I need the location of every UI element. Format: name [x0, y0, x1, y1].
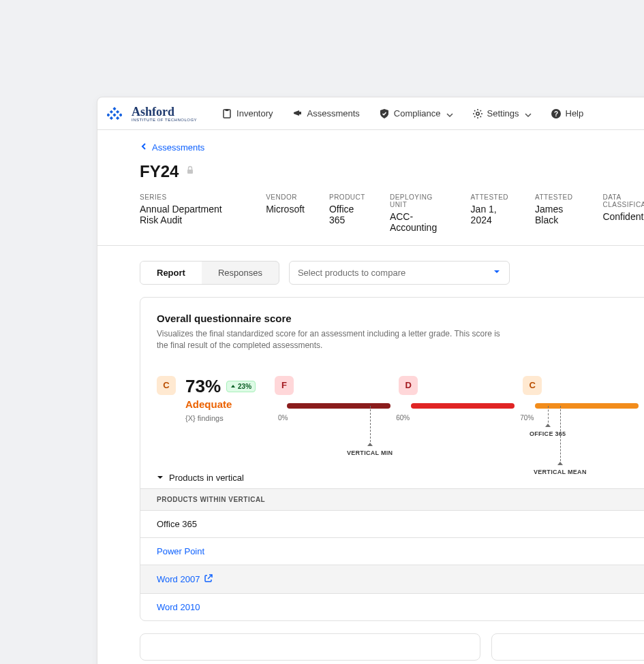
- meta-label: DATA CLASSIFICATION: [602, 193, 644, 208]
- meta-value: Annual Department Risk Audit: [140, 204, 241, 225]
- score-delta-value: 23%: [238, 383, 251, 390]
- view-toggle: Report Responses: [140, 261, 279, 285]
- meta-attested-date: ATTESTED Jan 1, 2024: [471, 193, 510, 233]
- table-row[interactable]: Word 2007: [140, 565, 644, 594]
- svg-rect-3: [112, 113, 116, 116]
- svg-rect-5: [119, 113, 122, 116]
- meta-label: PRODUCT: [329, 193, 365, 201]
- meta-label: ATTESTED: [535, 193, 578, 201]
- score-findings: {X} findings: [185, 414, 256, 422]
- nav-inventory-label: Inventory: [236, 108, 273, 118]
- meta-value: James Black: [535, 204, 578, 225]
- lock-icon: [185, 165, 195, 178]
- nav-help[interactable]: ? Help: [544, 104, 591, 123]
- svg-text:?: ?: [553, 110, 557, 117]
- product-name: Office 365: [157, 519, 197, 529]
- app-window: Ashford INSTITUTE OF TECHNOLOGY Inventor…: [97, 97, 644, 664]
- table-row[interactable]: Office 365: [140, 511, 644, 538]
- table-row[interactable]: Power Point: [140, 538, 644, 565]
- external-link-icon: [204, 573, 213, 585]
- score-delta-badge: 23%: [226, 381, 256, 392]
- caret-up-icon: [545, 424, 551, 427]
- gear-icon: [472, 108, 483, 119]
- caret-down-icon: [157, 473, 164, 483]
- meta-vendor: VENDOR Microsoft: [266, 193, 305, 233]
- marker-label-vmean: VERTICAL MEAN: [534, 469, 587, 475]
- caret-up-icon: [367, 443, 373, 446]
- product-name: Power Point: [157, 546, 204, 556]
- caret-up-icon: [230, 383, 236, 390]
- nav-assessments-label: Assessments: [307, 108, 360, 118]
- products-column-header: PRODUCTS WITHIN VERTICAL: [140, 488, 644, 511]
- topbar: Ashford INSTITUTE OF TECHNOLOGY Inventor…: [97, 97, 644, 130]
- brand-subtitle: INSTITUTE OF TECHNOLOGY: [132, 118, 197, 122]
- meta-value: Confidential: [602, 211, 644, 222]
- marker-vertical-mean: [560, 406, 561, 464]
- meta-value: Office 365: [329, 204, 365, 225]
- meta-value: Microsoft: [266, 204, 305, 215]
- nav-compliance[interactable]: Compliance: [372, 104, 460, 123]
- score-percent: 73%: [185, 376, 221, 397]
- meta-data-classification: DATA CLASSIFICATION Confidential: [602, 193, 644, 233]
- meta-value: ACC-Accounting: [390, 211, 446, 233]
- svg-rect-7: [116, 116, 119, 119]
- tab-responses[interactable]: Responses: [202, 262, 279, 284]
- score-card: Overall questionnaire score Visualizes t…: [140, 297, 644, 621]
- scale-segment-d: [411, 403, 515, 409]
- megaphone-icon: [292, 108, 303, 119]
- meta-label: SERIES: [140, 193, 241, 201]
- svg-rect-0: [112, 107, 116, 110]
- scale-segment-f: [287, 403, 390, 409]
- meta-deploying-unit: DEPLOYING UNIT ACC-Accounting: [390, 193, 446, 233]
- page-header: Assessments FY24 SERIES Annual Departmen…: [97, 130, 644, 246]
- scale-segment-c: [535, 403, 639, 409]
- product-name: Word 2010: [157, 602, 200, 612]
- meta-label: VENDOR: [266, 193, 305, 201]
- score-label: Adequate: [185, 398, 256, 410]
- tab-report[interactable]: Report: [140, 262, 202, 284]
- svg-point-11: [476, 112, 478, 114]
- svg-rect-2: [116, 110, 119, 113]
- clipboard-icon: [221, 108, 232, 119]
- placeholder-card: [140, 633, 480, 661]
- chevron-down-icon: [525, 110, 532, 117]
- products-section-label: Products in vertical: [169, 473, 244, 483]
- svg-rect-1: [110, 110, 113, 113]
- breadcrumb[interactable]: Assessments: [140, 142, 644, 153]
- body: Report Responses Select products to comp…: [97, 246, 644, 664]
- brand: Ashford INSTITUTE OF TECHNOLOGY: [132, 106, 197, 122]
- nav-help-label: Help: [566, 108, 584, 118]
- marker-vertical-min: [370, 406, 371, 445]
- card-title: Overall questionnaire score: [157, 313, 644, 324]
- svg-rect-4: [107, 113, 110, 116]
- help-icon: ?: [551, 108, 562, 119]
- scale-grade-f: F: [275, 376, 294, 395]
- svg-rect-9: [226, 109, 229, 111]
- chevron-left-icon: [140, 142, 148, 153]
- nav-assessments[interactable]: Assessments: [286, 104, 367, 123]
- score-scale: F D C B 0% 60% 70% 8: [275, 376, 644, 426]
- meta-product: PRODUCT Office 365: [329, 193, 365, 233]
- nav-compliance-label: Compliance: [394, 108, 441, 118]
- table-row[interactable]: Word 2010: [140, 594, 644, 620]
- nav-inventory[interactable]: Inventory: [215, 104, 279, 123]
- placeholder-card: [491, 633, 644, 661]
- chevron-down-icon: [493, 268, 501, 278]
- brand-name: Ashford: [132, 106, 197, 118]
- meta-label: DEPLOYING UNIT: [390, 193, 446, 208]
- meta-label: ATTESTED: [471, 193, 510, 201]
- score-summary: C 73% 23% Adequate {X} fin: [157, 376, 256, 426]
- nav-settings[interactable]: Settings: [465, 104, 538, 123]
- logo-icon: [107, 106, 122, 121]
- meta-series: SERIES Annual Department Risk Audit: [140, 193, 241, 233]
- page-title: FY24: [140, 162, 179, 181]
- chevron-down-icon: [446, 110, 453, 117]
- shield-icon: [379, 108, 390, 119]
- compare-dropdown[interactable]: Select products to compare: [289, 261, 510, 285]
- svg-rect-10: [299, 112, 301, 114]
- svg-rect-6: [110, 116, 113, 119]
- marker-label-vmin: VERTICAL MIN: [347, 449, 393, 456]
- compare-dropdown-placeholder: Select products to compare: [298, 268, 405, 278]
- card-description: Visualizes the final standardized score …: [157, 328, 511, 351]
- nav-settings-label: Settings: [487, 108, 519, 118]
